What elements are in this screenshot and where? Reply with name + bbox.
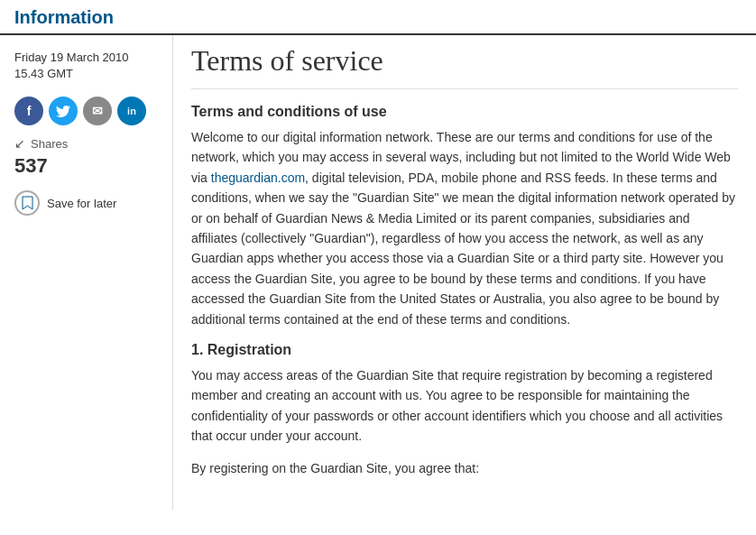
intro-text2: , digital television, PDA, mobile phone … [191,171,735,327]
twitter-button[interactable] [49,97,78,125]
section-label[interactable]: Information [14,7,114,28]
main-layout: Friday 19 March 2010 15.43 GMT f ✉ in ↙ … [0,35,756,510]
shares-label: Shares [31,137,68,151]
facebook-button[interactable]: f [14,97,43,125]
content-area: Terms of service Terms and conditions of… [173,35,756,510]
article-body: Terms and conditions of use Welcome to o… [191,104,738,479]
guardian-link[interactable]: theguardian.com [211,171,305,185]
section1-paragraph1: You may access areas of the Guardian Sit… [191,365,738,447]
header-bar: Information [0,0,756,35]
save-later-label: Save for later [47,197,116,210]
intro-heading: Terms and conditions of use [191,104,738,120]
social-buttons: f ✉ in [14,97,158,125]
section1-heading: 1. Registration [191,342,738,358]
shares-icon: ↙ [14,136,25,151]
sidebar: Friday 19 March 2010 15.43 GMT f ✉ in ↙ … [0,35,173,510]
save-later-icon [14,190,40,216]
shares-count: 537 [14,154,158,178]
intro-paragraph: Welcome to our digital information netwo… [191,127,738,329]
section1-paragraph2: By registering on the Guardian Site, you… [191,458,738,478]
email-button[interactable]: ✉ [83,97,112,125]
article-date: Friday 19 March 2010 15.43 GMT [14,50,158,82]
page-title: Terms of service [191,44,738,89]
linkedin-button[interactable]: in [117,97,146,125]
save-later-button[interactable]: Save for later [14,190,116,216]
shares-row: ↙ Shares [14,136,158,151]
